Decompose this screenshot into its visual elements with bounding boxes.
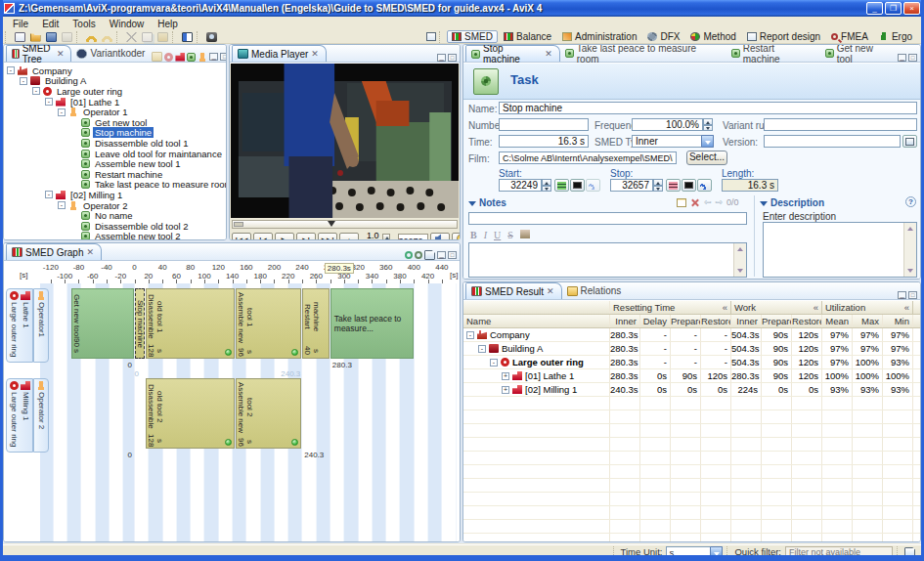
gantt-bar-disassemble-old-tool-1[interactable]: Disassemble old tool 1128 s (146, 288, 234, 359)
expand-toggle-icon[interactable]: - (478, 345, 486, 353)
previous-note-icon[interactable]: ⇦ (704, 198, 712, 207)
help-icon[interactable]: ? (905, 196, 916, 207)
expand-toggle-icon[interactable]: - (20, 77, 27, 85)
maximize-button[interactable]: ❐ (885, 2, 902, 15)
close-button[interactable]: × (903, 2, 920, 15)
go-to-end-button[interactable]: ▶▶| (318, 233, 337, 240)
tree-node-no-name[interactable]: No name (4, 210, 226, 221)
expand-toggle-icon[interactable]: - (490, 359, 498, 367)
tree-node-assemble-new-tool-1[interactable]: Assemble new tool 1 (4, 158, 226, 169)
perspective-method-button[interactable]: Method (685, 30, 740, 43)
save-button[interactable] (43, 30, 59, 43)
minimize-view-icon[interactable]: ▁ (209, 53, 218, 61)
tab-media-player[interactable]: Media Player ✕ (232, 45, 327, 62)
column-header-restore[interactable]: Restore (792, 315, 822, 327)
highlight-color-icon[interactable] (520, 230, 530, 238)
film-path-field[interactable] (499, 151, 677, 164)
tab-smed-tree[interactable]: SMED Tree ✕ (6, 45, 71, 62)
tree-node-building-a[interactable]: -Building A (4, 76, 226, 87)
note-title-field[interactable] (468, 212, 747, 225)
name-column-header[interactable]: Name (463, 315, 610, 327)
tree-node-leave-old-tool-for-maintanance[interactable]: Leave old tool for maintanance (4, 149, 226, 159)
column-header-restore[interactable]: Restore (701, 315, 731, 327)
resource-tab-part-machine[interactable]: Large outer ringLathe 1 (6, 288, 33, 363)
stop-field[interactable] (610, 179, 653, 192)
maximize-view-icon[interactable]: □ (908, 54, 917, 62)
gantt-bar-assemble-new-tool-1[interactable]: Assemble new tool 196 s (236, 288, 302, 359)
menu-file[interactable]: File (7, 19, 34, 29)
result-row-large-outer-ring[interactable]: -Large outer ring280.3s---504.3s90s120s9… (463, 356, 920, 369)
tab-take-last-peace[interactable]: Take last peace to measure room (560, 45, 726, 62)
new-file-button[interactable] (12, 30, 27, 43)
menu-tools[interactable]: Tools (66, 19, 101, 29)
tree-node--01-lathe-1[interactable]: -[01] Lathe 1 (4, 97, 226, 108)
close-tab-icon[interactable]: ✕ (86, 247, 94, 257)
description-scrollbar[interactable] (903, 223, 916, 277)
italic-button[interactable]: I (484, 230, 487, 240)
gantt-bar-take-last-peace-to-measure-[interactable]: Take last peace to measure... (330, 288, 414, 359)
start-preview-button[interactable] (570, 179, 585, 192)
tab-restart-machine[interactable]: Restart machine (726, 45, 820, 62)
play-button[interactable]: ▶ (275, 233, 294, 240)
camera-button[interactable] (203, 30, 219, 43)
perspective-balance-button[interactable]: Balance (499, 30, 556, 43)
close-tab-icon[interactable]: ✕ (545, 49, 552, 59)
start-grab-frame-button[interactable] (554, 179, 569, 192)
expand-toggle-icon[interactable]: - (45, 98, 53, 106)
gantt-bar-restart-machine[interactable]: Restart machine40 s (302, 288, 330, 359)
select-film-button[interactable]: Select... (686, 151, 727, 165)
number-field[interactable] (499, 118, 589, 131)
tree-node-stop-machine[interactable]: Stop machine (4, 128, 226, 139)
tree-node-get-new-tool[interactable]: Get new tool (4, 117, 226, 128)
perspective-ergo-button[interactable]: Ergo (874, 30, 917, 43)
tree-node-operator-2[interactable]: -Operator 2 (4, 200, 226, 211)
gantt-bar-assemble-new-tool-2[interactable]: Assemble new tool 296 s (236, 378, 302, 449)
resource-tab-operator[interactable]: Operator1 (33, 288, 49, 363)
maximize-view-icon[interactable]: □ (220, 53, 227, 61)
notes-scrollbar[interactable] (733, 243, 746, 277)
tab-relations[interactable]: Relations (562, 282, 629, 299)
perspective-dfx-button[interactable]: DFX (642, 30, 684, 43)
add-task-icon[interactable] (187, 53, 196, 62)
version-field[interactable] (764, 135, 901, 148)
tab-smed-result[interactable]: SMED Result ✕ (465, 282, 562, 299)
perspective-fmea-button[interactable]: FMEA (826, 30, 873, 43)
close-tab-icon[interactable]: ✕ (311, 49, 319, 59)
notes-section-header[interactable]: Notes (468, 197, 506, 210)
tree-node-large-outer-ring[interactable]: -Large outer ring (4, 86, 226, 97)
tree-node-operator-1[interactable]: -Operator 1 (4, 107, 226, 117)
start-field[interactable] (499, 179, 542, 192)
add-part-icon[interactable] (164, 53, 173, 62)
maximize-view-icon[interactable]: □ (448, 251, 457, 259)
start-stepper[interactable] (542, 179, 551, 192)
tree-node-restart-machine[interactable]: Restart machine (4, 169, 226, 180)
expand-toggle-icon[interactable]: - (32, 87, 40, 95)
minimize-view-icon[interactable]: ▁ (898, 291, 906, 299)
menu-help[interactable]: Help (152, 19, 184, 29)
video-scrubber[interactable] (232, 220, 458, 229)
add-building-icon[interactable] (152, 52, 162, 62)
new-note-icon[interactable] (677, 198, 686, 207)
version-history-button[interactable] (902, 135, 917, 148)
column-header-prepare[interactable]: Prepare (671, 315, 701, 327)
gantt-bar-disassemble-old-tool-2[interactable]: Disassemble old tool 2128 s (146, 378, 234, 449)
stop-preview-button[interactable] (682, 179, 696, 192)
minimize-view-icon[interactable]: ▁ (437, 54, 446, 62)
dropdown-arrow-icon[interactable] (710, 546, 723, 558)
column-header-max[interactable]: Max (853, 315, 883, 327)
export-graph-icon[interactable] (424, 250, 435, 260)
add-operator-icon[interactable] (198, 53, 207, 62)
result-row--02-milling-1[interactable]: +[02] Milling 1240.3s0s0s0s224s0s0s93%93… (463, 383, 920, 397)
resource-tab-part-machine[interactable]: Large outer ringMilling 1 (6, 378, 33, 453)
tree-node-company[interactable]: -Company (4, 65, 226, 76)
perspective-smed-button[interactable]: SMED (447, 30, 498, 43)
stop-sync-button[interactable] (697, 179, 712, 192)
tree-node-disassemble-old-tool-2[interactable]: Disassemble old tool 2 (4, 221, 226, 232)
column-header-mean[interactable]: Mean (822, 315, 853, 327)
time-field[interactable] (499, 135, 589, 148)
speed-stepper[interactable] (382, 234, 390, 240)
expand-toggle-icon[interactable]: + (502, 386, 509, 394)
status-window-icon[interactable] (904, 547, 915, 557)
collapse-columns-icon[interactable]: « (723, 302, 727, 314)
scrubber-position-marker[interactable] (328, 221, 335, 227)
